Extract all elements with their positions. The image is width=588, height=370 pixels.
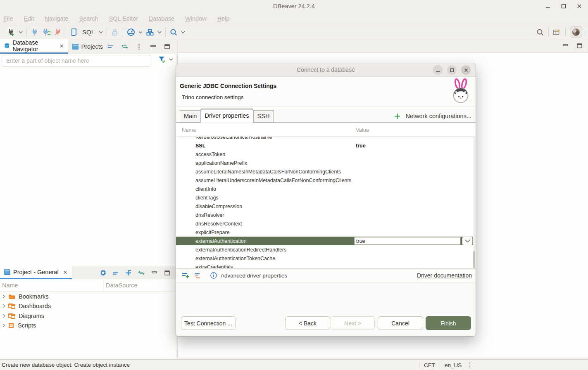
dialog-tab-driver-properties[interactable]: Driver properties <box>200 109 253 123</box>
dialog-tab-ssh[interactable]: SSH <box>253 110 274 123</box>
reconnect-icon[interactable] <box>42 28 50 36</box>
dialog-close-button[interactable] <box>461 65 471 75</box>
search-icon[interactable] <box>169 28 178 36</box>
property-row-dnsResolverContext[interactable]: dnsResolverContext <box>176 219 474 228</box>
window-maximize-button[interactable] <box>559 2 568 11</box>
menu-edit[interactable]: Edit <box>24 15 34 22</box>
property-row-externalAuthenticationTokenCache[interactable]: externalAuthenticationTokenCache <box>176 254 474 263</box>
tab-close-icon[interactable]: ✕ <box>60 43 64 49</box>
finish-button[interactable]: Finish <box>426 316 471 330</box>
property-row-assumeLiteralNamesInMetadataCallsForNonConformingClients[interactable]: assumeLiteralNamesInMetadataCallsForNonC… <box>176 167 474 176</box>
driver-manager-icon[interactable] <box>146 28 154 36</box>
new-sql-editor-icon[interactable] <box>70 28 78 36</box>
dashboard-dropdown-icon[interactable] <box>138 31 143 33</box>
remove-property-icon[interactable] <box>194 272 202 279</box>
driver-manager-dropdown-icon[interactable] <box>157 31 162 33</box>
quick-search-icon[interactable] <box>536 28 544 36</box>
search-dropdown-icon[interactable] <box>181 31 185 33</box>
project-icon <box>4 269 10 275</box>
window-minimize-button[interactable] <box>543 2 552 11</box>
menu-navigate[interactable]: Navigate <box>45 15 68 22</box>
dashboard-icon[interactable] <box>127 28 135 36</box>
property-row-clientInfo[interactable]: clientInfo <box>176 185 474 193</box>
property-row-accessToken[interactable]: accessToken <box>176 150 474 159</box>
minimize-panel-icon[interactable] <box>149 43 157 50</box>
menu-sql-editor[interactable]: SQL Editor <box>109 15 138 22</box>
property-row-SSL[interactable]: SSLtrue <box>176 141 474 150</box>
dialog-minimize-button[interactable] <box>433 65 443 75</box>
expand-all-icon[interactable] <box>125 270 132 276</box>
property-row-clientTags[interactable]: clientTags <box>176 193 474 202</box>
property-row-disableCompression[interactable]: disableCompression <box>176 202 474 211</box>
lock-icon[interactable] <box>111 28 119 36</box>
new-connection-icon[interactable] <box>7 28 15 36</box>
menu-window[interactable]: Window <box>185 15 207 22</box>
tab-label: Project - General <box>13 269 59 275</box>
test-connection-button[interactable]: Test Connection ... <box>181 316 236 330</box>
property-row-externalAuthentication[interactable]: externalAuthentication <box>176 237 474 245</box>
link-with-editor-icon[interactable] <box>138 270 145 276</box>
sql-editor-label[interactable]: SQL <box>82 28 95 36</box>
status-timezone[interactable]: CET <box>419 361 440 369</box>
add-property-icon[interactable] <box>182 272 189 279</box>
expand-chevron-icon[interactable] <box>2 323 6 328</box>
status-grip[interactable] <box>469 362 472 368</box>
minimize-panel-icon[interactable] <box>562 43 569 49</box>
property-value-dropdown-button[interactable] <box>462 237 473 245</box>
property-row-externalAuthenticationRedirectHandlers[interactable]: externalAuthenticationRedirectHandlers <box>176 245 474 254</box>
tree-item-scripts[interactable]: Scripts <box>0 321 176 331</box>
minimize-panel-icon[interactable] <box>150 270 158 276</box>
menu-file[interactable]: File <box>3 15 13 22</box>
view-menu-icon[interactable] <box>135 43 143 50</box>
sql-editor-dropdown-icon[interactable] <box>99 31 103 33</box>
property-row-assumeLiteralUnderscoreInMetadataCallsForNonConformingClients[interactable]: assumeLiteralUnderscoreInMetadataCallsFo… <box>176 176 474 185</box>
link-with-editor-icon[interactable] <box>121 43 129 50</box>
perspective-icon[interactable] <box>553 28 561 36</box>
cancel-button[interactable]: Cancel <box>378 316 423 330</box>
maximize-panel-icon[interactable] <box>576 43 583 49</box>
tab-projects[interactable]: Projects <box>68 39 107 54</box>
dialog-tab-main[interactable]: Main <box>180 110 200 123</box>
collapse-all-icon[interactable] <box>107 43 114 50</box>
property-name: explicitPrepare <box>195 230 230 235</box>
back-button[interactable]: < Back <box>285 316 330 330</box>
property-row-dnsResolver[interactable]: dnsResolver <box>176 211 474 219</box>
dialog-titlebar[interactable]: Connect to a database <box>176 63 476 77</box>
maximize-panel-icon[interactable] <box>163 270 171 276</box>
dialog-maximize-button[interactable] <box>447 65 457 75</box>
settings-gear-icon[interactable] <box>99 270 107 276</box>
tab-close-icon[interactable]: ✕ <box>63 269 68 275</box>
window-close-button[interactable] <box>575 2 584 11</box>
user-avatar-button[interactable] <box>570 26 582 38</box>
menu-search[interactable]: Search <box>79 15 98 22</box>
status-locale[interactable]: en_US <box>440 361 466 369</box>
object-filter-input[interactable] <box>2 55 151 66</box>
tree-item-diagrams[interactable]: Diagrams <box>0 311 176 321</box>
property-row-explicitPrepare[interactable]: explicitPrepare <box>176 228 474 237</box>
expand-chevron-icon[interactable] <box>2 304 6 308</box>
disconnect-icon[interactable] <box>54 28 62 36</box>
tab-database-navigator[interactable]: Database Navigator ✕ <box>0 39 68 54</box>
collapse-all-icon[interactable] <box>112 270 119 276</box>
properties-table[interactable]: KerberosUseCanonicalHostnameSSLtrueacces… <box>176 137 474 268</box>
filter-dropdown-icon[interactable] <box>169 58 173 61</box>
filter-icon[interactable] <box>158 56 166 63</box>
expand-chevron-icon[interactable] <box>2 294 6 299</box>
property-value-input[interactable] <box>354 237 461 245</box>
scrollbar-thumb[interactable] <box>473 251 475 268</box>
driver-documentation-link[interactable]: Driver documentation <box>417 272 472 279</box>
tree-item-bookmarks[interactable]: Bookmarks <box>0 292 176 301</box>
maximize-panel-icon[interactable] <box>163 43 171 50</box>
network-configurations-button[interactable]: Network configurations... <box>394 113 471 119</box>
tab-project-general[interactable]: Project - General ✕ <box>0 266 72 279</box>
property-row-applicationNamePrefix[interactable]: applicationNamePrefix <box>176 159 474 167</box>
tree-item-dashboards[interactable]: Dashboards <box>0 301 176 311</box>
new-connection-dropdown-icon[interactable] <box>19 31 23 33</box>
property-row-KerberosUseCanonicalHostname[interactable]: KerberosUseCanonicalHostname <box>176 137 474 141</box>
menu-help[interactable]: Help <box>217 15 230 22</box>
connect-icon[interactable] <box>31 28 39 36</box>
property-row-extraCredentials[interactable]: extraCredentials <box>176 263 474 268</box>
menu-database[interactable]: Database <box>149 15 174 22</box>
expand-chevron-icon[interactable] <box>2 313 6 318</box>
properties-scrollbar[interactable] <box>473 137 475 268</box>
